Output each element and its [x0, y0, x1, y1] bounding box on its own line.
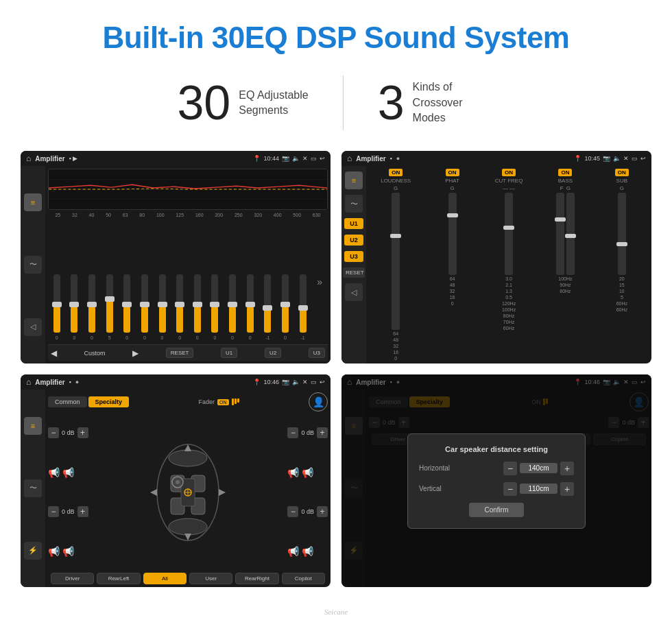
slider-11[interactable]: 0: [229, 223, 236, 340]
rr-plus[interactable]: +: [317, 506, 328, 517]
slider-1[interactable]: 0: [53, 223, 60, 340]
u1-preset[interactable]: U1: [344, 218, 363, 229]
prev-arrow[interactable]: ◀: [51, 348, 57, 358]
slider-5[interactable]: 0: [123, 223, 130, 340]
user-btn[interactable]: User: [189, 573, 232, 584]
sub-slider[interactable]: [618, 193, 626, 275]
fl-db: 0 dB: [62, 429, 75, 436]
slider-15[interactable]: -1: [300, 223, 307, 340]
driver-btn[interactable]: Driver: [51, 573, 94, 584]
eq-icon-2[interactable]: ≡: [345, 171, 363, 189]
freq-labels: 25 32 40 50 63 80 100 125 160 200 250 32…: [48, 213, 328, 217]
screen3-tabs: Common Specialty: [48, 396, 129, 407]
wave-icon-2[interactable]: 〜: [345, 195, 363, 213]
rr-minus[interactable]: −: [287, 506, 298, 517]
volume-icon-2[interactable]: 🔈: [613, 155, 621, 162]
svg-marker-16: [150, 489, 157, 496]
slider-6[interactable]: 0: [141, 223, 148, 340]
window-icon[interactable]: ▭: [311, 155, 317, 162]
horizontal-row: Horizontal − 140cm +: [419, 462, 574, 475]
slider-4[interactable]: 5: [106, 223, 113, 340]
horizontal-plus[interactable]: +: [560, 462, 574, 475]
window-icon-2[interactable]: ▭: [632, 155, 638, 162]
speaker-icon-2[interactable]: ◁: [345, 283, 363, 301]
back-icon-2[interactable]: ↩: [640, 155, 646, 162]
volume-icon[interactable]: 🔈: [292, 155, 300, 162]
speaker-icon[interactable]: ◁: [24, 318, 42, 336]
reset-btn[interactable]: RESET: [166, 348, 194, 358]
loudness-slider[interactable]: [392, 193, 400, 330]
screen1-sidebar: ≡ 〜 ◁: [21, 166, 45, 363]
home-icon-2[interactable]: ⌂: [347, 154, 352, 163]
screen3-app-title: Amplifier: [35, 379, 64, 386]
vertical-minus[interactable]: −: [503, 482, 517, 496]
volume-icon-3[interactable]: 🔈: [292, 379, 300, 385]
bass-slider-f[interactable]: [556, 193, 564, 275]
eq-icon-3[interactable]: ≡: [24, 417, 42, 435]
slider-2[interactable]: 0: [71, 223, 77, 340]
all-btn[interactable]: All: [143, 573, 187, 584]
fader-on-badge[interactable]: ON: [217, 399, 229, 405]
close-icon[interactable]: ✕: [302, 155, 308, 162]
common-tab[interactable]: Common: [48, 396, 87, 407]
camera-icon-3[interactable]: 📷: [282, 379, 289, 385]
screen3-content: ≡ 〜 ⚡ Common Specialty Fader ON: [21, 390, 331, 587]
fr-minus[interactable]: −: [287, 427, 298, 438]
phat-slider[interactable]: [448, 193, 457, 275]
loudness-on[interactable]: ON: [389, 169, 403, 176]
u3-btn[interactable]: U3: [309, 348, 325, 358]
fader-control[interactable]: [232, 398, 239, 405]
slider-13[interactable]: -1: [264, 223, 271, 340]
phat-on[interactable]: ON: [446, 169, 459, 176]
u1-btn[interactable]: U1: [221, 348, 237, 358]
specialty-tab[interactable]: Specialty: [88, 396, 130, 407]
bt-icon-3[interactable]: ⚡: [24, 542, 42, 560]
camera-icon-2[interactable]: 📷: [603, 155, 610, 162]
slider-10[interactable]: 0: [211, 223, 218, 340]
u3-preset[interactable]: U3: [344, 251, 363, 262]
slider-3[interactable]: 0: [88, 223, 95, 340]
slider-14[interactable]: 0: [282, 223, 289, 340]
wave-icon-3[interactable]: 〜: [24, 479, 42, 497]
slider-8[interactable]: 0: [176, 223, 183, 340]
home-icon[interactable]: ⌂: [26, 154, 31, 163]
cutfreq-slider[interactable]: [505, 193, 513, 275]
wave-icon[interactable]: 〜: [24, 256, 42, 274]
u2-btn[interactable]: U2: [265, 348, 281, 358]
copilot-btn[interactable]: Copilot: [282, 573, 325, 584]
fr-plus[interactable]: +: [317, 427, 328, 438]
rl-plus[interactable]: +: [77, 506, 88, 517]
ch-cutfreq: ON CUT FREQ — — 3.0 2.1 1.3 0.5 1: [482, 169, 536, 361]
bass-on[interactable]: ON: [558, 169, 572, 176]
fl-minus[interactable]: −: [48, 427, 59, 438]
screenshots-grid: ⌂ Amplifier ▪ ▶ 📍 10:44 📷 🔈 ✕ ▭ ↩ ≡ 〜 ◁: [0, 151, 672, 608]
rl-minus[interactable]: −: [48, 506, 59, 517]
sub-on[interactable]: ON: [615, 169, 629, 176]
rearright-btn[interactable]: RearRight: [235, 573, 278, 584]
screen2-reset[interactable]: RESET: [343, 267, 365, 278]
horizontal-minus[interactable]: −: [503, 462, 517, 475]
next-arrow[interactable]: ▶: [132, 348, 139, 358]
user-icon[interactable]: 👤: [309, 392, 328, 412]
u2-preset[interactable]: U2: [344, 235, 363, 246]
eq-icon[interactable]: ≡: [24, 193, 42, 211]
expand-icon[interactable]: »: [317, 276, 322, 287]
rearleft-btn[interactable]: RearLeft: [97, 573, 140, 584]
back-icon[interactable]: ↩: [320, 155, 325, 162]
screen2-crossover: ⌂ Amplifier ▪ ● 📍 10:45 📷 🔈 ✕ ▭ ↩ ≡ 〜 U1…: [341, 151, 651, 363]
slider-9[interactable]: 0: [194, 223, 201, 340]
bass-slider-g[interactable]: [566, 193, 575, 275]
back-icon-3[interactable]: ↩: [320, 379, 325, 385]
vertical-plus[interactable]: +: [560, 482, 574, 496]
slider-12[interactable]: 0: [247, 223, 254, 340]
slider-7[interactable]: 0: [159, 223, 166, 340]
home-icon-3[interactable]: ⌂: [26, 377, 31, 387]
cutfreq-on[interactable]: ON: [502, 169, 516, 176]
close-icon-2[interactable]: ✕: [623, 155, 629, 162]
play-icon[interactable]: ▪ ▶: [69, 155, 78, 162]
confirm-button[interactable]: Confirm: [469, 503, 524, 517]
close-icon-3[interactable]: ✕: [302, 379, 308, 385]
fl-plus[interactable]: +: [77, 427, 88, 438]
camera-icon[interactable]: 📷: [282, 155, 289, 162]
window-icon-3[interactable]: ▭: [311, 379, 317, 385]
